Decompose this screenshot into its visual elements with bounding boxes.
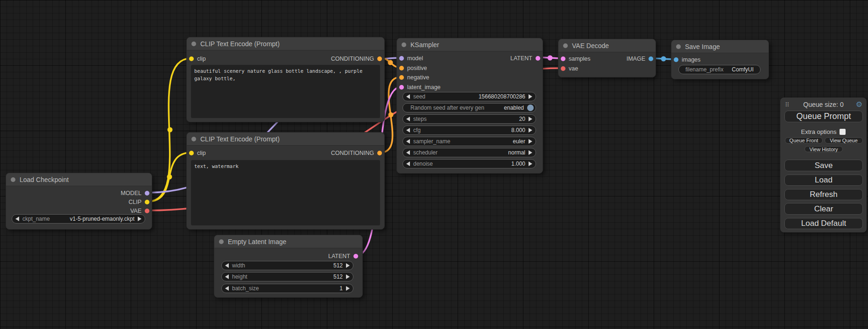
- widget-sampler-name[interactable]: sampler_name euler: [402, 137, 536, 146]
- widget-scheduler[interactable]: scheduler normal: [402, 148, 536, 157]
- output-slot-conditioning[interactable]: [377, 151, 382, 155]
- slot-label-clip: clip: [197, 56, 206, 62]
- output-slot-latent[interactable]: [353, 254, 358, 259]
- input-slot-vae[interactable]: [561, 66, 565, 71]
- output-slot-conditioning[interactable]: [377, 56, 382, 61]
- widget-ckpt-name[interactable]: ckpt_name v1-5-pruned-emaonly.ckpt: [12, 214, 145, 224]
- node-header[interactable]: CLIP Text Encode (Prompt): [187, 133, 384, 146]
- right-arrow-icon[interactable]: [529, 139, 532, 144]
- input-slot-clip[interactable]: [189, 151, 194, 155]
- left-arrow-icon[interactable]: [15, 217, 19, 221]
- input-slot-positive[interactable]: [399, 66, 404, 70]
- node-ksampler[interactable]: KSampler model LATENT positive negative …: [396, 38, 543, 174]
- node-header[interactable]: Save Image: [671, 40, 769, 53]
- widget-cfg[interactable]: cfg 8.000: [402, 126, 536, 135]
- collapse-dot[interactable]: [219, 239, 224, 244]
- widget-batch-size[interactable]: batch_size 1: [221, 284, 353, 293]
- load-default-button[interactable]: Load Default: [784, 218, 863, 229]
- left-arrow-icon[interactable]: [225, 274, 229, 279]
- input-slot-images[interactable]: [674, 57, 678, 62]
- widget-steps[interactable]: steps 20: [402, 114, 536, 124]
- gear-icon[interactable]: ⚙: [856, 100, 862, 109]
- left-arrow-icon[interactable]: [406, 139, 410, 144]
- slot-label-conditioning: CONDITIONING: [331, 56, 374, 62]
- link-midpoint-dot[interactable]: [388, 112, 394, 118]
- widget-value: normal: [508, 149, 525, 156]
- right-arrow-icon[interactable]: [346, 263, 350, 268]
- node-header[interactable]: VAE Decode: [558, 39, 656, 52]
- right-arrow-icon[interactable]: [529, 128, 532, 133]
- extra-options-checkbox[interactable]: [840, 129, 846, 135]
- widget-random-seed[interactable]: Random seed after every gen enabled: [402, 103, 536, 112]
- right-arrow-icon[interactable]: [529, 94, 532, 99]
- node-load-checkpoint[interactable]: Load Checkpoint MODEL CLIP VAE ckpt_name…: [6, 173, 152, 230]
- left-arrow-icon[interactable]: [406, 117, 410, 121]
- left-arrow-icon[interactable]: [406, 161, 410, 166]
- output-slot-latent[interactable]: [536, 56, 540, 61]
- collapse-dot[interactable]: [191, 137, 196, 141]
- refresh-button[interactable]: Refresh: [784, 189, 863, 200]
- queue-panel: ⠿ Queue size: 0 ⚙ Queue Prompt Extra opt…: [780, 98, 867, 232]
- output-slot-clip[interactable]: [145, 200, 149, 204]
- right-arrow-icon[interactable]: [529, 161, 532, 166]
- view-queue-button[interactable]: View Queue: [825, 137, 863, 144]
- link-midpoint-dot[interactable]: [167, 175, 172, 180]
- node-clip-text-encode-negative[interactable]: CLIP Text Encode (Prompt) clip CONDITION…: [186, 132, 385, 230]
- link-midpoint-dot[interactable]: [661, 56, 666, 62]
- link-midpoint-dot[interactable]: [548, 56, 553, 61]
- node-empty-latent-image[interactable]: Empty Latent Image LATENT width 512 heig…: [214, 235, 363, 298]
- collapse-dot[interactable]: [191, 42, 196, 46]
- toggle-icon[interactable]: [527, 105, 534, 111]
- widget-label: Random seed after every gen: [410, 105, 484, 111]
- widget-label: sampler_name: [413, 138, 450, 145]
- slot-label-vae: VAE: [130, 208, 141, 214]
- slot-label-positive: positive: [407, 65, 427, 71]
- left-arrow-icon[interactable]: [406, 150, 410, 155]
- right-arrow-icon[interactable]: [529, 117, 532, 121]
- queue-prompt-button[interactable]: Queue Prompt: [784, 111, 863, 122]
- output-slot-vae[interactable]: [145, 209, 149, 213]
- output-slot-model[interactable]: [145, 191, 149, 196]
- input-slot-negative[interactable]: [399, 75, 404, 80]
- prompt-text-field[interactable]: text, watermark: [191, 160, 380, 225]
- link-midpoint-dot[interactable]: [388, 60, 393, 65]
- view-history-button[interactable]: View History: [804, 146, 843, 152]
- load-button[interactable]: Load: [784, 175, 863, 186]
- collapse-dot[interactable]: [402, 42, 406, 47]
- prompt-text-field[interactable]: beautiful scenery nature glass bottle la…: [191, 65, 380, 118]
- widget-seed[interactable]: seed 156680208700286: [402, 92, 536, 101]
- queue-front-button[interactable]: Queue Front: [785, 137, 823, 144]
- clear-button[interactable]: Clear: [784, 203, 863, 215]
- widget-label: cfg: [413, 127, 421, 133]
- input-slot-model[interactable]: [399, 56, 404, 61]
- input-slot-clip[interactable]: [189, 56, 194, 61]
- input-slot-samples[interactable]: [561, 56, 565, 61]
- right-arrow-icon[interactable]: [138, 217, 141, 221]
- left-arrow-icon[interactable]: [406, 128, 410, 133]
- node-header[interactable]: CLIP Text Encode (Prompt): [187, 37, 384, 50]
- left-arrow-icon[interactable]: [225, 286, 229, 291]
- node-header[interactable]: Load Checkpoint: [6, 173, 152, 186]
- input-slot-latent-image[interactable]: [399, 85, 404, 90]
- node-header[interactable]: KSampler: [397, 38, 543, 51]
- link-midpoint-dot[interactable]: [168, 127, 173, 133]
- left-arrow-icon[interactable]: [406, 94, 410, 99]
- widget-height[interactable]: height 512: [221, 272, 353, 281]
- save-button[interactable]: Save: [784, 160, 863, 171]
- node-clip-text-encode-positive[interactable]: CLIP Text Encode (Prompt) clip CONDITION…: [186, 37, 385, 122]
- collapse-dot[interactable]: [676, 44, 681, 49]
- collapse-dot[interactable]: [563, 43, 568, 48]
- output-slot-image[interactable]: [649, 56, 653, 61]
- node-vae-decode[interactable]: VAE Decode samples IMAGE vae: [558, 39, 656, 77]
- left-arrow-icon[interactable]: [225, 263, 229, 268]
- node-save-image[interactable]: Save Image images filename_prefix ComfyU…: [671, 40, 769, 79]
- right-arrow-icon[interactable]: [346, 286, 350, 291]
- widget-label: filename_prefix: [685, 66, 723, 73]
- node-header[interactable]: Empty Latent Image: [214, 235, 362, 248]
- collapse-dot[interactable]: [11, 177, 15, 182]
- widget-filename-prefix[interactable]: filename_prefix ComfyUI: [678, 65, 761, 74]
- right-arrow-icon[interactable]: [346, 274, 350, 279]
- widget-denoise[interactable]: denoise 1.000: [402, 159, 536, 168]
- widget-width[interactable]: width 512: [221, 261, 353, 270]
- right-arrow-icon[interactable]: [529, 150, 532, 155]
